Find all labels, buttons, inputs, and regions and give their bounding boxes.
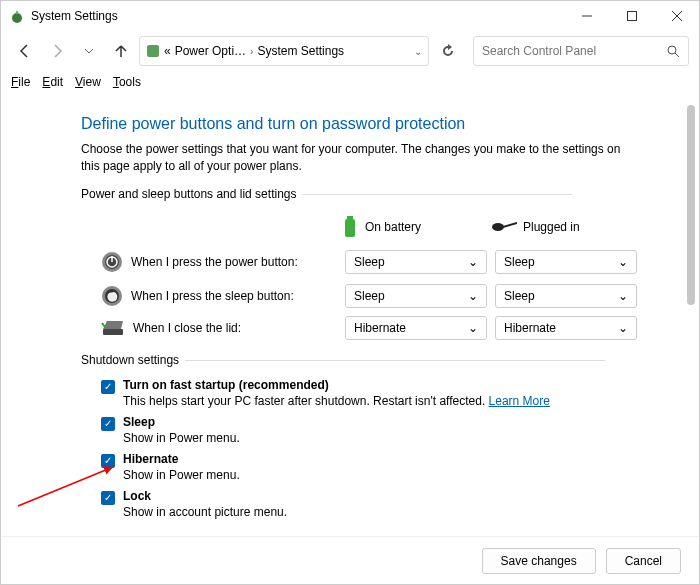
content-area: Define power buttons and turn on passwor… [1,105,699,536]
minimize-button[interactable] [564,1,609,31]
checkbox-fast-startup[interactable]: ✓ [101,380,115,394]
chevron-down-icon: ⌄ [468,289,478,303]
row-label: When I close the lid: [133,321,241,335]
group-buttons-lid: Power and sleep buttons and lid settings [81,187,629,201]
menu-view[interactable]: View [75,75,101,89]
window: System Settings « Power Opti… › System S… [0,0,700,585]
cancel-button[interactable]: Cancel [606,548,681,574]
save-button[interactable]: Save changes [482,548,596,574]
chevron-down-icon[interactable]: ⌄ [414,46,422,57]
svg-line-7 [675,53,679,57]
desc-lock: Show in account picture menu. [81,505,629,523]
lid-battery-select[interactable]: Hibernate⌄ [345,316,487,340]
checkbox-hibernate[interactable]: ✓ [101,454,115,468]
sleep-button-icon [101,285,123,307]
maximize-button[interactable] [609,1,654,31]
sleep-button-battery-select[interactable]: Sleep⌄ [345,284,487,308]
row-label: When I press the sleep button: [131,289,294,303]
address-bar[interactable]: « Power Opti… › System Settings ⌄ [139,36,429,66]
label-sleep: Sleep [123,415,155,429]
menu-file[interactable]: File [11,75,30,89]
chevron-down-icon: ⌄ [618,289,628,303]
power-button-battery-select[interactable]: Sleep⌄ [345,250,487,274]
group-shutdown: Shutdown settings [81,353,629,367]
svg-point-10 [492,223,504,231]
page-title: Define power buttons and turn on passwor… [81,115,629,133]
scrollbar[interactable] [687,105,695,536]
chevron-right-icon: › [250,46,253,57]
lid-icon [101,319,125,337]
footer: Save changes Cancel [1,536,699,584]
svg-rect-2 [627,12,636,21]
refresh-button[interactable] [433,44,463,58]
breadcrumb-seg[interactable]: System Settings [257,44,344,58]
sleep-button-plugged-select[interactable]: Sleep⌄ [495,284,637,308]
checkbox-sleep[interactable]: ✓ [101,417,115,431]
forward-button[interactable] [43,37,71,65]
breadcrumb-seg[interactable]: Power Opti… [175,44,246,58]
app-icon [9,8,25,24]
menu-edit[interactable]: Edit [42,75,63,89]
svg-line-11 [503,223,517,227]
titlebar: System Settings [1,1,699,31]
desc-sleep: Show in Power menu. [81,431,629,449]
svg-point-0 [12,13,22,23]
power-button-plugged-select[interactable]: Sleep⌄ [495,250,637,274]
svg-rect-5 [147,45,159,57]
plug-icon [491,220,517,234]
scroll-thumb[interactable] [687,105,695,305]
label-hibernate: Hibernate [123,452,178,466]
search-input[interactable] [482,44,666,58]
chevron-down-icon: ⌄ [468,321,478,335]
search-box[interactable] [473,36,689,66]
svg-point-6 [668,46,676,54]
close-button[interactable] [654,1,699,31]
battery-icon [341,215,359,239]
col-on-battery: On battery [341,209,491,245]
learn-more-link[interactable]: Learn More [489,394,550,408]
back-button[interactable] [11,37,39,65]
nav-toolbar: « Power Opti… › System Settings ⌄ [1,31,699,71]
menu-tools[interactable]: Tools [113,75,141,89]
control-panel-icon [146,44,160,58]
row-label: When I press the power button: [131,255,298,269]
checkbox-lock[interactable]: ✓ [101,491,115,505]
label-fast-startup: Turn on fast startup (recommended) [123,378,329,392]
label-lock: Lock [123,489,151,503]
svg-rect-18 [103,329,123,335]
power-button-icon [101,251,123,273]
chevron-down-icon: ⌄ [468,255,478,269]
svg-rect-8 [345,219,355,237]
col-plugged-in: Plugged in [491,214,641,240]
search-icon[interactable] [666,44,680,58]
chevron-down-icon: ⌄ [618,255,628,269]
lid-plugged-select[interactable]: Hibernate⌄ [495,316,637,340]
svg-rect-9 [347,216,353,219]
recent-button[interactable] [75,37,103,65]
chevron-down-icon: ⌄ [618,321,628,335]
menubar: File Edit View Tools [1,71,699,93]
up-button[interactable] [107,37,135,65]
window-title: System Settings [31,9,564,23]
page-subtitle: Choose the power settings that you want … [81,141,629,175]
desc-hibernate: Show in Power menu. [81,468,629,486]
